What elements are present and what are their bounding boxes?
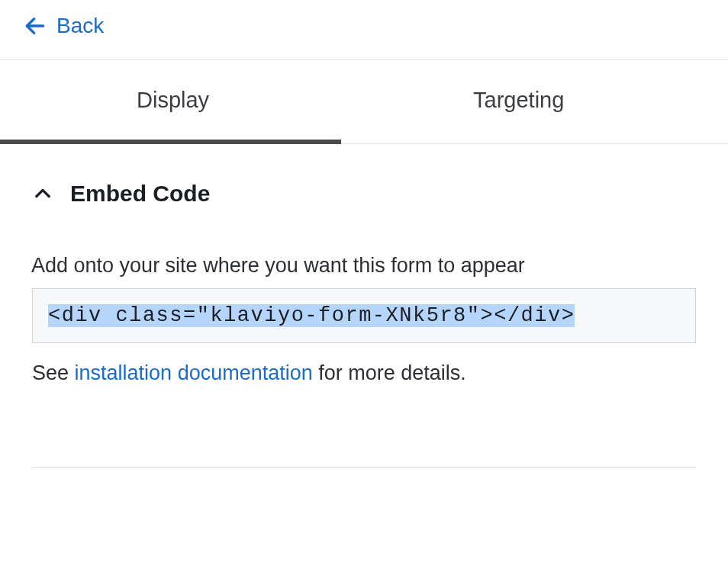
tab-display-label: Display <box>137 88 209 112</box>
tab-targeting-label: Targeting <box>473 88 564 112</box>
installation-docs-link[interactable]: installation documentation <box>75 361 313 384</box>
divider <box>32 467 696 468</box>
back-link[interactable]: Back <box>0 0 728 59</box>
tabs: Display Targeting <box>0 59 728 144</box>
arrow-left-icon <box>23 14 47 38</box>
embed-code-box[interactable]: <div class="klaviyo-form-XNk5r8"></div> <box>32 288 696 343</box>
section-header-toggle[interactable]: Embed Code <box>32 181 696 207</box>
embed-code-section: Embed Code Add onto your site where you … <box>0 144 728 468</box>
help-suffix: for more details. <box>313 361 466 384</box>
tab-targeting[interactable]: Targeting <box>346 60 691 143</box>
section-title: Embed Code <box>70 181 210 207</box>
embed-instruction: Add onto your site where you want this f… <box>31 254 696 278</box>
back-label: Back <box>56 14 104 38</box>
chevron-up-icon <box>32 183 53 204</box>
help-text: See installation documentation for more … <box>32 361 696 385</box>
embed-code-snippet: <div class="klaviyo-form-XNk5r8"></div> <box>48 304 575 327</box>
tab-display[interactable]: Display <box>0 60 346 143</box>
help-prefix: See <box>32 361 75 384</box>
